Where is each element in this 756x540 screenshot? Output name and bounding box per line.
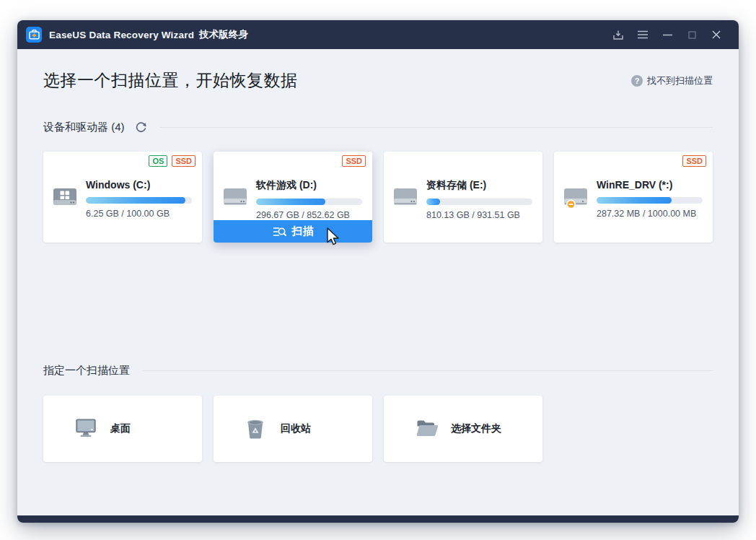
scan-icon: [273, 225, 286, 238]
capacity-bar: [597, 197, 703, 204]
drive-list: OS SSD Windows: [43, 152, 713, 243]
drive-capacity: 296.67 GB / 852.62 GB: [256, 210, 362, 220]
location-label: 回收站: [281, 422, 311, 435]
os-badge: OS: [149, 155, 167, 167]
windows-drive-icon: [53, 186, 77, 208]
folder-icon: [416, 419, 436, 439]
titlebar: EaseUS Data Recovery Wizard 技术版终身: [17, 20, 739, 49]
scan-button-label: 扫描: [292, 225, 314, 238]
drive-capacity: 810.13 GB / 931.51 GB: [426, 210, 532, 220]
location-label: 选择文件夹: [451, 422, 501, 435]
drive-capacity: 287.32 MB / 1000.00 MB: [597, 209, 703, 219]
license-edition: 技术版终身: [199, 28, 248, 41]
app-logo-icon: [26, 27, 42, 43]
location-list: 桌面: [43, 396, 713, 462]
minimize-button[interactable]: [655, 25, 680, 45]
location-card-desktop[interactable]: 桌面: [43, 396, 202, 462]
capacity-bar: [426, 199, 532, 205]
section-divider: [160, 127, 713, 128]
capacity-bar: [256, 199, 362, 205]
drive-card-e[interactable]: 资料存储 (E:) 810.13 GB / 931.51 GB: [384, 152, 542, 243]
app-window: EaseUS Data Recovery Wizard 技术版终身: [17, 20, 739, 523]
drive-card-d[interactable]: SSD 软件游戏 (D:): [214, 152, 372, 243]
desktop-icon: [76, 419, 96, 439]
maximize-button[interactable]: [680, 25, 704, 45]
devices-section-title: 设备和驱动器 (4): [43, 121, 125, 134]
desktop-background: EaseUS Data Recovery Wizard 技术版终身: [0, 0, 756, 540]
hard-drive-icon: [223, 186, 247, 208]
page-title: 选择一个扫描位置，开始恢复数据: [43, 69, 298, 92]
titlebar-actions: [606, 25, 729, 45]
menu-icon[interactable]: [630, 25, 655, 45]
close-button[interactable]: [704, 25, 729, 45]
window-title: EaseUS Data Recovery Wizard: [49, 30, 194, 40]
drive-card-winre[interactable]: SSD: [554, 152, 713, 243]
hard-drive-icon: [393, 186, 418, 208]
scan-button[interactable]: 扫描: [214, 220, 372, 243]
window-footer: [17, 515, 739, 523]
recycle-bin-icon: [246, 419, 266, 439]
drive-capacity: 6.25 GB / 100.00 GB: [86, 209, 192, 219]
location-card-recycle-bin[interactable]: 回收站: [214, 396, 372, 462]
section-divider: [143, 370, 713, 371]
main-content: 选择一个扫描位置，开始恢复数据 ? 找不到扫描位置 设备和驱动器 (4): [17, 49, 739, 515]
help-icon: ?: [631, 75, 643, 87]
ssd-badge: SSD: [682, 155, 706, 167]
cannot-find-location-link[interactable]: ? 找不到扫描位置: [631, 74, 713, 87]
hard-drive-no-letter-icon: [563, 186, 588, 208]
location-card-choose-folder[interactable]: 选择文件夹: [384, 396, 542, 462]
location-label: 桌面: [110, 422, 131, 435]
ssd-badge: SSD: [172, 155, 195, 167]
help-link-label: 找不到扫描位置: [647, 74, 713, 87]
import-tray-icon[interactable]: [606, 25, 630, 45]
capacity-bar: [86, 197, 192, 204]
drive-name: Windows (C:): [86, 179, 192, 191]
refresh-icon[interactable]: [135, 121, 147, 134]
locations-section-title: 指定一个扫描位置: [43, 364, 130, 378]
drive-card-c[interactable]: OS SSD Windows: [43, 152, 202, 243]
drive-name: 软件游戏 (D:): [256, 179, 362, 192]
drive-name: WinRE_DRV (*:): [597, 179, 703, 191]
drive-name: 资料存储 (E:): [426, 179, 532, 192]
ssd-badge: SSD: [342, 155, 366, 167]
